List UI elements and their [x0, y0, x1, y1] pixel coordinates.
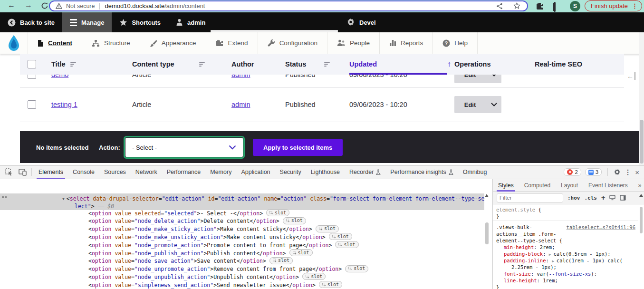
css-rule-close[interactable]: }	[496, 284, 499, 289]
back-icon[interactable]: ←	[8, 1, 15, 10]
menu-item-content[interactable]: Content	[28, 32, 82, 54]
devtools-tab-console[interactable]: Console	[68, 165, 99, 179]
menu-item-help[interactable]: ?Help	[433, 32, 478, 54]
dom-node-option[interactable]: <option value="node_make_unsticky_action…	[88, 233, 352, 241]
extensions-puzzle-icon[interactable]	[536, 2, 544, 10]
css-property[interactable]: font-size: var(--font-size-xs);	[504, 270, 597, 277]
slot-badge[interactable]: slot	[269, 257, 293, 264]
devtools-tab-security[interactable]: Security	[275, 165, 306, 179]
url-host[interactable]: demod10.docksal.site	[105, 2, 164, 10]
css-property[interactable]: min-height: 2rem;	[504, 244, 555, 250]
slot-badge[interactable]: slot	[283, 217, 306, 224]
page-scrollbar-thumb[interactable]	[640, 120, 644, 164]
not-secure-label[interactable]: Not secure	[66, 3, 95, 10]
slot-badge[interactable]: slot	[316, 225, 339, 232]
elements-scroll-up-arrow[interactable]	[485, 194, 489, 197]
dom-node-option[interactable]: <option value="node_delete_action">Delet…	[88, 217, 306, 225]
dom-node-select-open[interactable]: ▼<select data-drupal-selector="edit-acti…	[62, 195, 484, 203]
forward-icon[interactable]: →	[25, 1, 32, 10]
menu-item-configuration[interactable]: Configuration	[258, 32, 327, 54]
col-updated-sorted[interactable]: Updated	[349, 60, 377, 68]
address-bar[interactable]: Not secure demod10.docksal.site/admin/co…	[49, 0, 528, 11]
elements-scrollbar-thumb[interactable]	[485, 222, 489, 244]
dock-sidebar-icon[interactable]	[620, 195, 626, 201]
profile-avatar[interactable]: S	[570, 1, 580, 11]
dom-node-option[interactable]: <option value="simplenews_send_action">S…	[88, 281, 342, 289]
dom-node-option[interactable]: <option value="node_save_action">Save co…	[88, 257, 293, 265]
sidebar-tabs-overflow-chevrons[interactable]: »	[633, 179, 644, 192]
devtools-tab-memory[interactable]: Memory	[205, 165, 236, 179]
dom-node-option[interactable]: <option value="node_make_sticky_action">…	[88, 225, 339, 233]
dom-node-option[interactable]: <option value="node_publish_action">Publ…	[88, 250, 313, 257]
row-author-link[interactable]: admin	[231, 101, 250, 108]
slot-badge[interactable]: slot	[329, 233, 352, 240]
toggle-class-editor[interactable]: .cls	[585, 195, 597, 201]
edit-dropbutton[interactable]: Edit	[454, 96, 501, 113]
dom-node-option[interactable]: <option value="node_unpromote_action">Re…	[88, 265, 368, 273]
finish-update-button[interactable]: Finish update ⋮	[585, 0, 642, 11]
styles-scroll-up-arrow[interactable]	[639, 194, 643, 197]
console-messages-badge[interactable]: 3	[585, 168, 602, 176]
css-rule-selector[interactable]: element--type-select {	[496, 237, 562, 244]
filter-icon[interactable]	[324, 62, 330, 67]
slot-badge[interactable]: slot	[289, 249, 313, 256]
devtools-tab-omnibug[interactable]: Omnibug	[458, 165, 492, 179]
action-select[interactable]: - Select -	[125, 138, 243, 157]
edit-dropbutton[interactable]: Edit	[454, 75, 501, 83]
col-content-type[interactable]: Content type	[132, 60, 174, 68]
col-title[interactable]: Title	[51, 60, 66, 68]
slot-badge[interactable]: slot	[345, 265, 368, 272]
admin-user-tab[interactable]: admin	[168, 12, 213, 32]
devtools-tab-performance[interactable]: Performance	[162, 165, 206, 179]
col-status[interactable]: Status	[285, 60, 306, 68]
css-rule-selector[interactable]: .views-bulk-	[496, 224, 532, 231]
menu-item-structure[interactable]: Structure	[82, 32, 140, 54]
devtools-settings-gear-icon[interactable]	[614, 169, 621, 176]
dom-node-option[interactable]: <option value="node_promote_action">Prom…	[88, 241, 359, 249]
filter-icon[interactable]	[70, 62, 76, 67]
slot-badge[interactable]: slot	[319, 281, 342, 288]
sidebar-tab-styles[interactable]: Styles	[493, 179, 519, 192]
dom-node-option[interactable]: <option value selected="selected">- Sele…	[88, 210, 289, 217]
devtools-tab-elements[interactable]: Elements	[34, 165, 68, 179]
devtools-tab-lighthouse[interactable]: Lighthouse	[306, 165, 345, 179]
console-errors-badge[interactable]: ✕ 2	[564, 168, 581, 176]
manage-tab[interactable]: Manage	[62, 12, 112, 32]
row-checkbox[interactable]	[28, 100, 36, 109]
css-source-link[interactable]: tableselect…s?s0t4il:96	[567, 224, 635, 231]
menu-item-people[interactable]: People	[327, 32, 380, 54]
devtools-tab-network[interactable]: Network	[131, 165, 162, 179]
browser-menu-icon[interactable]: ⋮	[632, 2, 638, 10]
devtools-tab-recorder[interactable]: Recorder	[345, 165, 385, 179]
devtools-tab-sources[interactable]: Sources	[99, 165, 131, 179]
device-toolbar-icon[interactable]	[19, 169, 27, 176]
css-property-wrap[interactable]: 2.25rem - 1px);	[511, 264, 557, 270]
dom-node-option[interactable]: <option value="node_unpublish_action">Un…	[88, 273, 326, 281]
devtools-tab-performance-insights[interactable]: Performance insights	[385, 165, 458, 179]
refresh-icon[interactable]	[41, 2, 48, 10]
slot-badge[interactable]: slot	[335, 241, 358, 248]
rendering-emulation-icon[interactable]	[609, 195, 615, 201]
css-element-style-close[interactable]: }	[496, 213, 499, 220]
filter-icon[interactable]	[199, 62, 205, 67]
share-icon[interactable]	[496, 3, 503, 10]
menu-item-appearance[interactable]: Appearance	[140, 32, 206, 54]
select-all-checkbox[interactable]	[28, 54, 36, 75]
css-element-style-rule[interactable]: element.style {	[496, 206, 541, 213]
row-checkbox[interactable]	[28, 75, 36, 79]
row-title-link[interactable]: testing 1	[51, 101, 77, 108]
bookmark-star-icon[interactable]	[513, 2, 520, 10]
inspect-element-icon[interactable]	[5, 168, 13, 176]
new-style-rule-button[interactable]: +	[601, 194, 605, 202]
styles-filter-input[interactable]	[497, 193, 563, 202]
devtools-close-icon[interactable]: ×	[635, 168, 639, 176]
sort-asc-arrow-icon[interactable]: ↑	[447, 60, 451, 68]
slot-badge[interactable]: slot	[302, 273, 326, 280]
styles-scrollbar-thumb[interactable]	[640, 207, 643, 233]
back-to-site-button[interactable]: Back to site	[0, 12, 62, 32]
css-property[interactable]: line-height: 1rem;	[504, 277, 558, 284]
devel-tab[interactable]: Devel	[339, 12, 384, 32]
toggle-hover-state[interactable]: :hov	[567, 195, 580, 201]
shortcuts-tab[interactable]: Shortcuts	[112, 12, 168, 32]
menu-item-reports[interactable]: Reports	[380, 32, 433, 54]
